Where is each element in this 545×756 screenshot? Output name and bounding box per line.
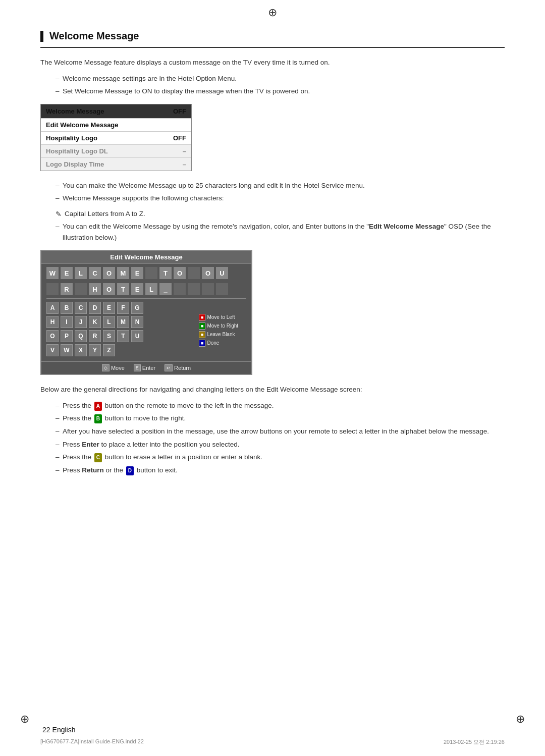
osd-key: E [103, 302, 115, 314]
osd-char: T [117, 283, 129, 295]
osd-char-empty [174, 283, 186, 295]
blue-icon: ■ [199, 340, 205, 347]
osd-key: S [103, 330, 115, 342]
footer-move: ◇ Move [102, 364, 125, 371]
menu-value: OFF [173, 134, 186, 142]
legend-item-leave-blank: ■ Leave Blank [199, 331, 246, 338]
menu-row-hospitality-logo: Hospitality Logo OFF [41, 132, 191, 145]
osd-key: X [75, 344, 87, 356]
list-item: Set Welcome Message to ON to display the… [56, 86, 505, 97]
page-number-suffix: English [52, 726, 76, 734]
top-compass-icon: ⊕ [268, 6, 277, 19]
osd-key-row-2: H I J K L M N [46, 316, 193, 328]
osd-container: Edit Welcome Message W E L C O M E T O O… [40, 250, 252, 375]
osd-key-row-1: A B C D E F G [46, 302, 193, 314]
legend-label: Done [207, 340, 219, 346]
list-item: Welcome Message supports the following c… [56, 193, 505, 204]
osd-key: Z [103, 344, 115, 356]
legend-item-move-left: ■ Move to Left [199, 314, 246, 321]
osd-key: P [61, 330, 73, 342]
bold-edit-welcome: Edit Welcome Message [369, 223, 444, 230]
blue-d-button: D [126, 466, 134, 475]
directions-list: Press the A button on the remote to move… [56, 400, 505, 476]
title-bar-decoration [40, 31, 43, 42]
osd-key: T [117, 330, 129, 342]
footer-left: [HG670677-ZA]Install Guide-ENG.indd 22 [40, 738, 144, 746]
footer-right: 2013-02-25 오전 2:19:26 [444, 738, 505, 746]
pen-icon: ✎ [56, 210, 62, 218]
osd-key: D [89, 302, 101, 314]
osd-char: H [89, 283, 101, 295]
menu-label: Logo Display Time [46, 160, 104, 168]
osd-char-empty [75, 283, 87, 295]
osd-char: T [159, 267, 172, 279]
legend-item-move-right: ■ Move to Right [199, 322, 246, 330]
osd-keyboard: A B C D E F G H I J K L M N [46, 302, 193, 358]
capital-note-text: Capital Letters from A to Z. [65, 210, 145, 218]
osd-key: Q [75, 330, 87, 342]
enter-bold: Enter [82, 441, 99, 448]
direction-item-4: Press Enter to place a letter into the p… [56, 439, 505, 450]
osd-message-row2: R H O T E L _ [41, 282, 251, 298]
bullets-list-2: You can make the Welcome Message up to 2… [56, 180, 505, 204]
page-number-value: 22 [42, 726, 50, 734]
osd-char-empty [202, 283, 214, 295]
legend-label: Move to Right [207, 323, 238, 329]
direction-item-2: Press the B button to move to the right. [56, 413, 505, 424]
menu-value: – [183, 160, 186, 168]
footer-info: [HG670677-ZA]Install Guide-ENG.indd 22 2… [0, 738, 545, 746]
red-a-button: A [94, 402, 102, 411]
osd-key: F [117, 302, 129, 314]
footer-move-label: Move [111, 365, 125, 371]
page-title: Welcome Message [49, 30, 139, 42]
osd-char: E [131, 283, 143, 295]
osd-char: W [46, 267, 59, 279]
list-item: You can make the Welcome Message up to 2… [56, 180, 505, 191]
osd-message-row1: W E L C O M E T O O U [41, 264, 251, 282]
menu-value: – [183, 147, 186, 155]
footer-return: ↩ Return [165, 364, 191, 371]
return-icon: ↩ [165, 364, 173, 371]
direction-item-5: Press the C button to erase a letter in … [56, 452, 505, 463]
osd-char: E [131, 267, 143, 279]
osd-char: R [61, 283, 73, 295]
osd-keyboard-area: A B C D E F G H I J K L M N [41, 299, 251, 361]
osd-legend: ■ Move to Left ■ Move to Right ■ Leave B… [196, 302, 246, 358]
bullets-list-1: Welcome message settings are in the Hote… [56, 73, 505, 97]
yellow-icon: ■ [199, 331, 205, 338]
footer-return-label: Return [174, 365, 191, 371]
legend-label: Move to Left [207, 314, 235, 320]
bottom-compass-left-icon: ⊕ [20, 713, 29, 726]
osd-key-row-4: V W X Y Z [46, 344, 193, 356]
osd-key: J [75, 316, 87, 328]
yellow-c-button: C [94, 453, 102, 462]
osd-key: C [75, 302, 87, 314]
osd-char: L [145, 283, 157, 295]
osd-char: O [174, 267, 186, 279]
osd-footer: ◇ Move E Enter ↩ Return [41, 361, 251, 374]
osd-key: H [46, 316, 59, 328]
osd-char: U [216, 267, 228, 279]
edit-intro-list: You can edit the Welcome Message by usin… [56, 221, 505, 243]
osd-key-row-3: O P Q R S T U [46, 330, 193, 342]
bottom-compass-right-icon: ⊕ [516, 713, 525, 726]
osd-char-empty [216, 283, 228, 295]
osd-char: L [75, 267, 87, 279]
osd-key: O [46, 330, 59, 342]
osd-key: V [46, 344, 59, 356]
osd-key: M [117, 316, 129, 328]
green-b-button: B [94, 414, 102, 423]
list-item-edit-intro: You can edit the Welcome Message by usin… [56, 221, 505, 243]
osd-title-bar: Edit Welcome Message [41, 251, 251, 264]
menu-row-hospitality-logo-dl: Hospitality Logo DL – [41, 145, 191, 158]
menu-table: Welcome Message OFF Edit Welcome Message… [40, 104, 192, 171]
enter-icon: E [134, 364, 141, 371]
green-icon: ■ [199, 322, 205, 330]
osd-char: O [103, 267, 115, 279]
osd-key: Y [89, 344, 101, 356]
osd-key: G [131, 302, 143, 314]
osd-key: W [61, 344, 73, 356]
section-title: Welcome Message [40, 30, 505, 48]
osd-char: O [103, 283, 115, 295]
menu-label: Hospitality Logo DL [46, 147, 108, 155]
